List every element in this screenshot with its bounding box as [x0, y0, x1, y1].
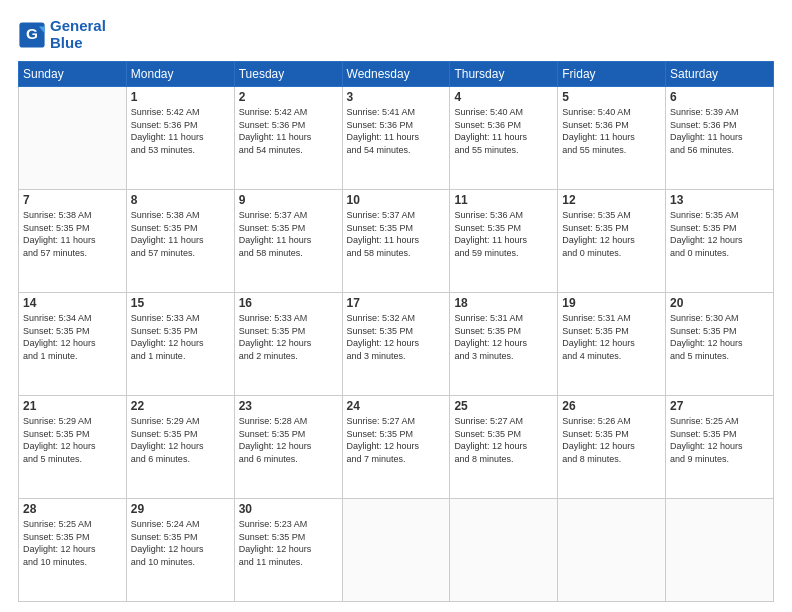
weekday-header-friday: Friday [558, 62, 666, 87]
day-number: 19 [562, 296, 661, 310]
calendar-cell: 9Sunrise: 5:37 AM Sunset: 5:35 PM Daylig… [234, 190, 342, 293]
calendar-cell: 29Sunrise: 5:24 AM Sunset: 5:35 PM Dayli… [126, 499, 234, 602]
day-number: 29 [131, 502, 230, 516]
day-info: Sunrise: 5:41 AM Sunset: 5:36 PM Dayligh… [347, 106, 446, 156]
day-number: 7 [23, 193, 122, 207]
calendar-cell: 3Sunrise: 5:41 AM Sunset: 5:36 PM Daylig… [342, 87, 450, 190]
logo: G General Blue [18, 18, 106, 51]
header: G General Blue [18, 18, 774, 51]
day-number: 6 [670, 90, 769, 104]
day-number: 3 [347, 90, 446, 104]
day-number: 11 [454, 193, 553, 207]
day-number: 16 [239, 296, 338, 310]
day-info: Sunrise: 5:33 AM Sunset: 5:35 PM Dayligh… [239, 312, 338, 362]
day-number: 4 [454, 90, 553, 104]
day-info: Sunrise: 5:38 AM Sunset: 5:35 PM Dayligh… [23, 209, 122, 259]
week-row-0: 1Sunrise: 5:42 AM Sunset: 5:36 PM Daylig… [19, 87, 774, 190]
day-number: 17 [347, 296, 446, 310]
day-number: 28 [23, 502, 122, 516]
day-number: 22 [131, 399, 230, 413]
day-number: 5 [562, 90, 661, 104]
day-info: Sunrise: 5:29 AM Sunset: 5:35 PM Dayligh… [131, 415, 230, 465]
calendar-cell [450, 499, 558, 602]
day-number: 2 [239, 90, 338, 104]
calendar-cell: 20Sunrise: 5:30 AM Sunset: 5:35 PM Dayli… [666, 293, 774, 396]
calendar-cell: 18Sunrise: 5:31 AM Sunset: 5:35 PM Dayli… [450, 293, 558, 396]
day-number: 1 [131, 90, 230, 104]
day-number: 13 [670, 193, 769, 207]
day-number: 10 [347, 193, 446, 207]
weekday-header-wednesday: Wednesday [342, 62, 450, 87]
calendar-cell: 19Sunrise: 5:31 AM Sunset: 5:35 PM Dayli… [558, 293, 666, 396]
calendar-cell: 30Sunrise: 5:23 AM Sunset: 5:35 PM Dayli… [234, 499, 342, 602]
day-info: Sunrise: 5:25 AM Sunset: 5:35 PM Dayligh… [670, 415, 769, 465]
page: G General Blue SundayMondayTuesdayWednes… [0, 0, 792, 612]
day-number: 30 [239, 502, 338, 516]
calendar-cell [19, 87, 127, 190]
calendar-cell: 21Sunrise: 5:29 AM Sunset: 5:35 PM Dayli… [19, 396, 127, 499]
calendar-cell: 22Sunrise: 5:29 AM Sunset: 5:35 PM Dayli… [126, 396, 234, 499]
calendar-cell: 4Sunrise: 5:40 AM Sunset: 5:36 PM Daylig… [450, 87, 558, 190]
calendar-cell: 23Sunrise: 5:28 AM Sunset: 5:35 PM Dayli… [234, 396, 342, 499]
day-number: 21 [23, 399, 122, 413]
day-info: Sunrise: 5:39 AM Sunset: 5:36 PM Dayligh… [670, 106, 769, 156]
day-info: Sunrise: 5:29 AM Sunset: 5:35 PM Dayligh… [23, 415, 122, 465]
calendar-cell: 6Sunrise: 5:39 AM Sunset: 5:36 PM Daylig… [666, 87, 774, 190]
weekday-header-tuesday: Tuesday [234, 62, 342, 87]
day-info: Sunrise: 5:28 AM Sunset: 5:35 PM Dayligh… [239, 415, 338, 465]
calendar-cell: 16Sunrise: 5:33 AM Sunset: 5:35 PM Dayli… [234, 293, 342, 396]
logo-icon: G [18, 21, 46, 49]
week-row-4: 28Sunrise: 5:25 AM Sunset: 5:35 PM Dayli… [19, 499, 774, 602]
day-info: Sunrise: 5:30 AM Sunset: 5:35 PM Dayligh… [670, 312, 769, 362]
day-info: Sunrise: 5:33 AM Sunset: 5:35 PM Dayligh… [131, 312, 230, 362]
calendar-cell [558, 499, 666, 602]
week-row-3: 21Sunrise: 5:29 AM Sunset: 5:35 PM Dayli… [19, 396, 774, 499]
week-row-2: 14Sunrise: 5:34 AM Sunset: 5:35 PM Dayli… [19, 293, 774, 396]
day-info: Sunrise: 5:37 AM Sunset: 5:35 PM Dayligh… [347, 209, 446, 259]
day-info: Sunrise: 5:42 AM Sunset: 5:36 PM Dayligh… [131, 106, 230, 156]
day-info: Sunrise: 5:40 AM Sunset: 5:36 PM Dayligh… [562, 106, 661, 156]
day-number: 8 [131, 193, 230, 207]
weekday-header-row: SundayMondayTuesdayWednesdayThursdayFrid… [19, 62, 774, 87]
day-info: Sunrise: 5:40 AM Sunset: 5:36 PM Dayligh… [454, 106, 553, 156]
calendar-cell: 12Sunrise: 5:35 AM Sunset: 5:35 PM Dayli… [558, 190, 666, 293]
calendar-cell: 25Sunrise: 5:27 AM Sunset: 5:35 PM Dayli… [450, 396, 558, 499]
weekday-header-monday: Monday [126, 62, 234, 87]
calendar-cell: 15Sunrise: 5:33 AM Sunset: 5:35 PM Dayli… [126, 293, 234, 396]
day-info: Sunrise: 5:24 AM Sunset: 5:35 PM Dayligh… [131, 518, 230, 568]
weekday-header-sunday: Sunday [19, 62, 127, 87]
calendar-cell: 1Sunrise: 5:42 AM Sunset: 5:36 PM Daylig… [126, 87, 234, 190]
day-number: 27 [670, 399, 769, 413]
day-info: Sunrise: 5:31 AM Sunset: 5:35 PM Dayligh… [454, 312, 553, 362]
calendar-cell: 7Sunrise: 5:38 AM Sunset: 5:35 PM Daylig… [19, 190, 127, 293]
day-info: Sunrise: 5:27 AM Sunset: 5:35 PM Dayligh… [347, 415, 446, 465]
day-number: 20 [670, 296, 769, 310]
day-number: 25 [454, 399, 553, 413]
calendar-cell: 14Sunrise: 5:34 AM Sunset: 5:35 PM Dayli… [19, 293, 127, 396]
day-number: 23 [239, 399, 338, 413]
week-row-1: 7Sunrise: 5:38 AM Sunset: 5:35 PM Daylig… [19, 190, 774, 293]
calendar-cell: 28Sunrise: 5:25 AM Sunset: 5:35 PM Dayli… [19, 499, 127, 602]
day-number: 15 [131, 296, 230, 310]
day-info: Sunrise: 5:37 AM Sunset: 5:35 PM Dayligh… [239, 209, 338, 259]
day-info: Sunrise: 5:42 AM Sunset: 5:36 PM Dayligh… [239, 106, 338, 156]
day-number: 9 [239, 193, 338, 207]
day-number: 12 [562, 193, 661, 207]
calendar-cell: 24Sunrise: 5:27 AM Sunset: 5:35 PM Dayli… [342, 396, 450, 499]
day-number: 24 [347, 399, 446, 413]
calendar-cell: 26Sunrise: 5:26 AM Sunset: 5:35 PM Dayli… [558, 396, 666, 499]
calendar-cell: 11Sunrise: 5:36 AM Sunset: 5:35 PM Dayli… [450, 190, 558, 293]
calendar-cell: 5Sunrise: 5:40 AM Sunset: 5:36 PM Daylig… [558, 87, 666, 190]
day-number: 26 [562, 399, 661, 413]
calendar-cell [666, 499, 774, 602]
day-info: Sunrise: 5:27 AM Sunset: 5:35 PM Dayligh… [454, 415, 553, 465]
calendar-cell: 27Sunrise: 5:25 AM Sunset: 5:35 PM Dayli… [666, 396, 774, 499]
calendar-cell: 8Sunrise: 5:38 AM Sunset: 5:35 PM Daylig… [126, 190, 234, 293]
day-info: Sunrise: 5:32 AM Sunset: 5:35 PM Dayligh… [347, 312, 446, 362]
day-info: Sunrise: 5:26 AM Sunset: 5:35 PM Dayligh… [562, 415, 661, 465]
day-info: Sunrise: 5:34 AM Sunset: 5:35 PM Dayligh… [23, 312, 122, 362]
day-info: Sunrise: 5:38 AM Sunset: 5:35 PM Dayligh… [131, 209, 230, 259]
day-number: 18 [454, 296, 553, 310]
calendar-cell: 17Sunrise: 5:32 AM Sunset: 5:35 PM Dayli… [342, 293, 450, 396]
day-number: 14 [23, 296, 122, 310]
